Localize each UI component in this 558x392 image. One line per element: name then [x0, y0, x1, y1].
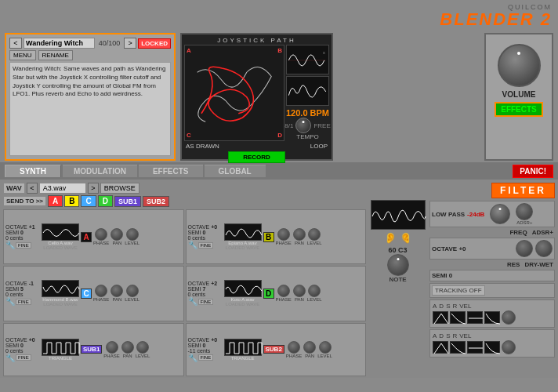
channel-b-button[interactable]: B: [64, 195, 79, 207]
note-number: 60 C3: [388, 246, 407, 254]
browse-button[interactable]: BROWSE: [100, 183, 140, 194]
wave-mini-1: x: [286, 45, 329, 74]
tempo-knob[interactable]: [295, 118, 311, 133]
channel-a-button[interactable]: A: [48, 195, 63, 207]
adsr1-knob-vel[interactable]: [502, 310, 516, 325]
wave-sub2: [224, 339, 262, 356]
locked-button[interactable]: LOCKED: [138, 38, 171, 49]
as-drawn-label: AS DRAWN: [186, 143, 219, 150]
fine-a-button[interactable]: FINE: [16, 242, 31, 249]
phase-knob-sub2[interactable]: [288, 341, 300, 354]
joystick-canvas: A B C D: [184, 45, 284, 141]
adsr1-curve-s: [467, 311, 483, 324]
loop-label: LOOP: [310, 143, 328, 150]
level-knob-a[interactable]: [126, 228, 139, 241]
res-knob[interactable]: [516, 240, 533, 257]
record-button[interactable]: RECORD: [228, 151, 285, 163]
osc-c-strip: OCTAVE -1 SEMI 5 0 cents 🔧FINE Hammond B…: [3, 266, 184, 321]
wav-label: WAV: [3, 183, 25, 194]
dry-wet-label: DRY-WET: [524, 261, 553, 268]
channel-c-button[interactable]: C: [81, 195, 96, 207]
preset-next-button[interactable]: >: [124, 38, 136, 49]
pan-knob-b[interactable]: [293, 228, 306, 241]
wav-next-button[interactable]: >: [88, 183, 99, 194]
tab-global[interactable]: GLOBAL: [205, 165, 266, 177]
level-knob-b[interactable]: [308, 228, 321, 241]
fine-c-button[interactable]: FINE: [16, 299, 31, 305]
fine-d-button[interactable]: FINE: [198, 299, 214, 305]
phase-knob-c[interactable]: [95, 285, 107, 297]
level-knob-sub2[interactable]: [319, 341, 332, 354]
adsr-plus-knob[interactable]: [516, 203, 533, 220]
low-pass-label: LOW PASS: [432, 211, 465, 218]
pan-knob-sub1[interactable]: [121, 341, 134, 354]
level-knob-sub1[interactable]: [136, 341, 149, 354]
wave-mini-2: [286, 76, 329, 106]
ear-icon-right: 👂: [400, 232, 412, 244]
note-section: 👂 👂 60 C3 NOTE: [368, 183, 427, 376]
pan-knob-sub2[interactable]: [303, 341, 316, 354]
phase-knob-d[interactable]: [277, 285, 290, 297]
channel-sub2-button[interactable]: SUB2: [143, 196, 169, 207]
wave-b: [224, 223, 262, 241]
panic-button[interactable]: PANIC!: [513, 165, 553, 178]
level-knob-c[interactable]: [126, 285, 139, 297]
fine-b-button[interactable]: FINE: [198, 242, 214, 249]
osc-d-strip: OCTAVE +2 SEMI 7 0 cents 🔧FINE Koto A.wa…: [186, 266, 367, 321]
tab-effects[interactable]: EFFECTS: [139, 165, 203, 177]
wave-c: [42, 280, 79, 297]
adsr2-knob-vel[interactable]: [502, 340, 516, 354]
free-label: FREE: [313, 122, 330, 129]
phase-knob-a[interactable]: [95, 228, 107, 241]
rename-button[interactable]: RENAME: [38, 50, 73, 60]
dry-wet-knob[interactable]: [535, 240, 553, 257]
menu-button[interactable]: MENU: [9, 50, 36, 60]
preset-count: 40/100: [96, 39, 123, 47]
pan-knob-c[interactable]: [111, 285, 123, 297]
wave-d: [224, 280, 262, 297]
tempo-label: TEMPO: [296, 133, 318, 140]
adsr2-curve-r: [484, 341, 500, 354]
note-label: NOTE: [389, 276, 406, 283]
adsr2-curve-a: [433, 341, 448, 354]
preset-prev-button[interactable]: <: [9, 38, 22, 49]
wave-a: [42, 223, 79, 241]
volume-knob[interactable]: [498, 44, 541, 87]
adsr2-curve-s: [467, 341, 483, 354]
osc-a-strip: OCTAVE +1 SEMI 0 0 cents 🔧FINE Cello A.w…: [3, 209, 184, 264]
pan-knob-a[interactable]: [111, 228, 123, 241]
filter-octave-label: OCTAVE +0: [432, 245, 466, 252]
logo-area: QUILCOM BLENDER 2: [440, 3, 552, 28]
tracking-button[interactable]: TRACKING OFF: [432, 285, 485, 296]
joystick-panel: JOYSTICK PATH A B C D: [180, 33, 333, 161]
phase-knob-b[interactable]: [277, 228, 290, 241]
level-knob-d[interactable]: [308, 285, 321, 297]
wave-sub1: [42, 339, 79, 356]
note-knob[interactable]: [387, 254, 409, 276]
channel-d-button[interactable]: D: [98, 195, 113, 207]
preset-panel: < Wandering Witch 40/100 > LOCKED MENU R…: [5, 33, 176, 161]
adsr2-curve-d: [450, 341, 466, 354]
app-title: BLENDER 2: [440, 11, 552, 28]
pan-knob-d[interactable]: [293, 285, 306, 297]
adsr1-curve-r: [484, 311, 500, 324]
channel-sub1-button[interactable]: SUB1: [114, 196, 141, 207]
freq-knob[interactable]: [490, 204, 510, 224]
phase-knob-sub1[interactable]: [106, 341, 118, 354]
adsr1-curve-d: [450, 311, 466, 324]
joystick-title: JOYSTICK PATH: [184, 37, 329, 44]
preset-description: Wandering Witch: Same waves and path as …: [9, 62, 171, 156]
effects-button[interactable]: EFFECTS: [495, 102, 543, 117]
tab-synth[interactable]: SYNTH: [5, 165, 61, 177]
fine-sub1-button[interactable]: FINE: [16, 354, 31, 361]
wav-filename: A3.wav: [39, 183, 86, 194]
fine-sub2-button[interactable]: FINE: [198, 354, 214, 361]
osc-b-strip: OCTAVE +0 SEMI 0 0 cents 🔧FINE Epiano A.…: [186, 209, 367, 264]
ear-icon-left: 👂: [384, 232, 397, 244]
preset-name: Wandering Witch: [24, 38, 95, 49]
osc-section: WAV < A3.wav > BROWSE SEND TO >> A B C D…: [3, 183, 366, 376]
wav-prev-button[interactable]: <: [27, 183, 38, 194]
bpm-timing: 8/1: [284, 122, 293, 129]
tab-modulation[interactable]: MODULATION: [63, 165, 137, 177]
filter-semi-label: SEMI 0: [432, 272, 452, 279]
